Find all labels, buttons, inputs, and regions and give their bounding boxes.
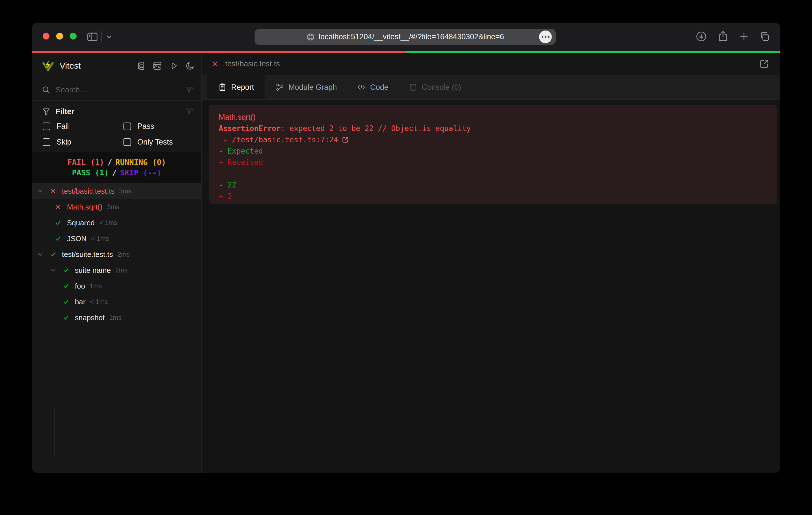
- tests-tree-view-icon[interactable]: [136, 61, 146, 71]
- close-window-button[interactable]: [43, 33, 50, 39]
- pass-check-icon: [62, 267, 70, 274]
- tab-module-graph[interactable]: Module Graph: [265, 75, 347, 99]
- tree-item-file[interactable]: test/suite.test.ts 2ms: [32, 246, 201, 262]
- tree-item-test[interactable]: Math.sqrt() 3ms: [32, 199, 201, 215]
- vitest-logo-icon: [41, 59, 55, 72]
- pass-check-icon: [62, 283, 70, 290]
- pass-check-icon: [55, 219, 62, 226]
- test-progress-bar: [32, 51, 780, 53]
- failed-test-name: Math.sqrt(): [219, 112, 767, 123]
- downloads-icon[interactable]: [695, 30, 707, 42]
- code-brackets-icon: [357, 83, 366, 91]
- share-icon[interactable]: [717, 30, 729, 42]
- tree-item-test[interactable]: snapshot 1ms: [32, 310, 201, 326]
- fail-x-icon: [50, 188, 57, 194]
- diff-blank-line: [219, 168, 767, 179]
- dashboard-view-icon[interactable]: [152, 61, 163, 71]
- tree-item-test[interactable]: JSON < 1ms: [32, 231, 201, 246]
- tree-item-test[interactable]: foo 1ms: [32, 278, 201, 294]
- chevron-down-icon[interactable]: [36, 251, 45, 258]
- running-count: RUNNING (0): [116, 158, 166, 166]
- page-menu-ellipsis-icon[interactable]: [539, 30, 552, 43]
- url-text: localhost:51204/__vitest__/#/?file=16484…: [319, 32, 504, 41]
- filter-section: Filter Fail: [32, 101, 201, 152]
- chevron-down-icon[interactable]: [50, 267, 57, 274]
- tab-console[interactable]: Console (0): [399, 75, 471, 99]
- tab-code[interactable]: Code: [347, 75, 399, 99]
- app-title: Vitest: [60, 61, 81, 70]
- diff-expected-label: - Expected: [219, 145, 767, 157]
- filter-checkbox-only-tests[interactable]: Only Tests: [123, 137, 201, 147]
- pass-check-icon: [50, 251, 57, 258]
- globe-icon: [306, 33, 315, 41]
- browser-window: localhost:51204/__vitest__/#/?file=16484…: [32, 23, 780, 473]
- search-input[interactable]: Search...: [56, 86, 86, 94]
- test-summary: FAIL (1) / RUNNING (0) PASS (1) / SKIP (…: [32, 152, 201, 183]
- toolbar-separator: [101, 31, 102, 42]
- browser-toolbar: localhost:51204/__vitest__/#/?file=16484…: [32, 23, 780, 51]
- new-tab-icon[interactable]: [738, 31, 750, 42]
- pass-check-icon: [62, 314, 70, 321]
- pass-check-icon: [62, 298, 70, 305]
- tree-item-file[interactable]: test/basic.test.ts 3ms: [32, 183, 201, 199]
- filter-checkbox-pass[interactable]: Pass: [123, 121, 201, 131]
- view-tabs: Report Module Graph: [202, 75, 780, 100]
- search-icon: [41, 85, 51, 94]
- diff-received-label: + Received: [219, 157, 767, 168]
- tree-item-test[interactable]: Squared < 1ms: [32, 215, 201, 231]
- filter-checkbox-fail[interactable]: Fail: [43, 121, 123, 131]
- progress-fail-segment: [32, 51, 406, 53]
- filter-checkbox-skip[interactable]: Skip: [43, 137, 123, 147]
- test-tree: test/basic.test.ts 3ms Math.sqrt() 3ms: [32, 183, 201, 326]
- sidebar: Vitest: [32, 53, 201, 473]
- dark-mode-toggle-icon[interactable]: [185, 61, 195, 71]
- minimize-window-button[interactable]: [56, 33, 63, 39]
- pass-count: PASS (1): [72, 168, 109, 177]
- run-all-tests-icon[interactable]: [169, 61, 179, 71]
- indent-guide: [41, 330, 41, 456]
- screenshot-stage: localhost:51204/__vitest__/#/?file=16484…: [0, 0, 812, 515]
- open-file-header: test/basic.test.ts: [202, 53, 780, 75]
- stack-trace-line: - /test/basic.test.ts:7:24: [219, 134, 767, 145]
- tab-report[interactable]: Report: [207, 75, 265, 99]
- checkbox[interactable]: [123, 138, 131, 146]
- console-terminal-icon: [409, 83, 417, 91]
- sidebar-toggle-icon[interactable]: [86, 31, 98, 42]
- error-report: Math.sqrt() AssertionError: expected 2 t…: [209, 105, 777, 204]
- diff-expected-value: - 22: [219, 179, 767, 190]
- traffic-lights: [43, 33, 77, 39]
- address-bar[interactable]: localhost:51204/__vitest__/#/?file=16484…: [255, 29, 556, 45]
- diff-received-value: + 2: [219, 190, 767, 202]
- tab-overview-icon[interactable]: [759, 30, 771, 42]
- tree-item-test[interactable]: bar < 1ms: [32, 294, 201, 310]
- fail-x-icon: [211, 60, 219, 68]
- progress-pass-segment: [406, 51, 781, 53]
- filter-title: Filter: [56, 107, 74, 116]
- zoom-window-button[interactable]: [70, 33, 77, 39]
- open-in-editor-icon[interactable]: [759, 58, 770, 69]
- chevron-down-icon[interactable]: [36, 188, 45, 194]
- filter-funnel-icon: [42, 107, 51, 116]
- fail-x-icon: [55, 204, 62, 210]
- pass-check-icon: [55, 235, 62, 242]
- clear-filter-icon[interactable]: [185, 107, 194, 116]
- search-bar[interactable]: Search...: [32, 79, 201, 101]
- skip-count: SKIP (--): [120, 168, 161, 177]
- open-in-editor-icon[interactable]: [342, 136, 349, 144]
- report-clipboard-icon: [218, 83, 227, 91]
- vitest-app: Vitest: [32, 53, 780, 473]
- indent-guide: [54, 408, 55, 456]
- checkbox[interactable]: [123, 123, 131, 130]
- sidebar-header: Vitest: [32, 53, 201, 79]
- checkbox[interactable]: [43, 138, 50, 146]
- module-graph-icon: [276, 83, 284, 91]
- chevron-down-icon[interactable]: [105, 33, 113, 41]
- clear-search-filter-icon[interactable]: [185, 85, 194, 94]
- fail-count: FAIL (1): [67, 158, 104, 166]
- open-file-name: test/basic.test.ts: [225, 60, 280, 68]
- report-view: Math.sqrt() AssertionError: expected 2 t…: [202, 100, 780, 473]
- main-panel: test/basic.test.ts: [202, 53, 780, 473]
- checkbox[interactable]: [43, 123, 50, 130]
- assertion-error-line: AssertionError: expected 2 to be 22 // O…: [219, 123, 767, 134]
- tree-item-suite[interactable]: suite name 2ms: [32, 262, 201, 278]
